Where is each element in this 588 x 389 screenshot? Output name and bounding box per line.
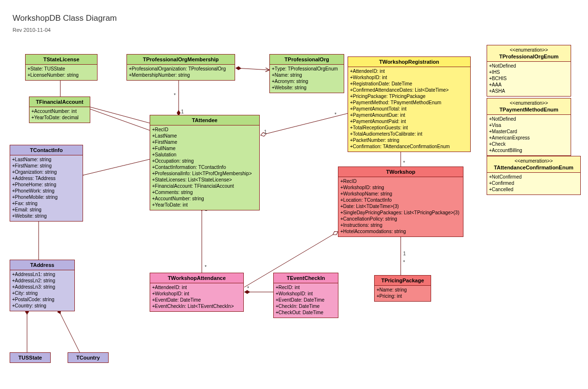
class-body: +Name: string+Pricing: int: [375, 286, 431, 301]
attribute: +NotDefined: [489, 63, 569, 69]
diagram-title: WorkshopDB Class Diagram: [13, 14, 117, 23]
attribute: +LicenseNumber: string: [28, 72, 95, 78]
mult-star: *: [335, 112, 336, 117]
attribute: +PostalCode: string: [12, 296, 72, 303]
class-TContactInfo: TContactInfo +LastName: string+FirstName…: [10, 145, 83, 222]
attribute: +ProfessionalOrganization: TProfessional…: [129, 66, 233, 72]
attribute: +PhoneMobile: string: [12, 194, 81, 200]
attribute: +PaymentAmountTotal: int: [350, 106, 468, 112]
attribute: +Address: TAddress: [12, 175, 81, 181]
attribute: +FirstName: string: [12, 163, 81, 169]
mult-one: 1: [403, 251, 406, 256]
class-body: +AddressLn1: string+AddressLn2: string+A…: [10, 270, 74, 311]
attribute: +RecID: int: [276, 284, 336, 291]
class-TWorkshopAttendance: TWorkshopAttendance +AttendeeID: int+Wor…: [150, 273, 244, 312]
attribute: +TotalReceptionGuests: int: [350, 125, 468, 131]
attribute: +MembershipNumber: string: [129, 72, 233, 78]
attribute: +EventDate: DateTime: [152, 297, 241, 303]
attribute: +RegistrationDate: DateTime: [350, 81, 468, 87]
attribute: +AAA: [489, 82, 569, 88]
mult-star: *: [403, 160, 405, 166]
class-body: +AttendeeID: int+WorkshopID: int+Registr…: [348, 67, 470, 152]
attribute: +CheckOut: DateTime: [276, 309, 336, 316]
class-title: TWorkshop: [338, 167, 463, 177]
enum-TProfessionalOrgEnum: <<enumeration>> TProfessionalOrgEnum +No…: [487, 45, 571, 97]
attribute: +Type: TProfessionalOrgEnum: [272, 66, 342, 72]
class-title: <<enumeration>> TProfessionalOrgEnum: [487, 45, 571, 62]
class-TAddress: TAddress +AddressLn1: string+AddressLn2:…: [10, 260, 75, 311]
attribute: +HotelAccommodations: string: [340, 228, 461, 235]
class-body: +NotDefined+Visa+MasterCard+AmericanExpr…: [487, 115, 571, 155]
enum-TPaymentMethodEnum: <<enumeration>> TPaymentMethodEnum +NotD…: [487, 98, 571, 156]
attribute: +Pricing: int: [377, 293, 429, 299]
class-body: +RecID+WorkshopID: string+WorkshopName: …: [338, 177, 463, 236]
attribute: +Name: string: [377, 287, 429, 293]
attribute: +BCHIS: [489, 75, 569, 82]
attribute: +Confirmation: TAttendanceConfirmationEn…: [350, 143, 468, 150]
attribute: +StateLicenses: List<TStateLicense>: [152, 177, 257, 183]
attribute: +PhoneWork: string: [12, 188, 81, 194]
class-title: TWorkshopAttendance: [150, 273, 243, 283]
class-body: +RecID: int+WorkshopID: int+EventDate: D…: [274, 283, 338, 318]
stereotype: <<enumeration>>: [489, 158, 578, 164]
class-title: TEventCheckIn: [274, 273, 338, 283]
class-TStateLicense: TStateLicense +State: TUSState+LicenseNu…: [25, 54, 98, 81]
class-title: TProfessionalOrgMembership: [127, 55, 235, 65]
class-TCountry: TCountry: [68, 352, 109, 363]
attribute: +Confirmed: [489, 180, 578, 186]
attribute: +Organization: string: [12, 169, 81, 175]
attribute: +TotalAudiometersToCalibrate: int: [350, 131, 468, 137]
attribute: +WorkshopID: int: [152, 291, 241, 297]
class-title: TAddress: [10, 260, 74, 270]
attribute: +CheckIn: DateTime: [276, 303, 336, 309]
class-title: TUSState: [10, 353, 50, 362]
attribute: +CancellationPolicy: string: [340, 216, 461, 222]
mult-star: *: [403, 260, 405, 265]
class-title: TCountry: [68, 353, 108, 362]
class-TWorkshopRegistration: TWorkshopRegistration +AttendeeID: int+W…: [348, 56, 471, 152]
attribute: +Country: string: [12, 303, 72, 309]
class-title: <<enumeration>> TAttendanceConfirmationE…: [487, 156, 580, 173]
class-TEventCheckIn: TEventCheckIn +RecID: int+WorkshopID: in…: [273, 273, 338, 318]
attribute: +Cancelled: [489, 186, 578, 193]
attribute: +ConfirmedAttendanceDates: List<DateTime…: [350, 87, 468, 93]
attribute: +AddressLn2: string: [12, 278, 72, 284]
attribute: +Name: string: [272, 72, 342, 78]
class-TAttendee: TAttendee +RecID+LastName+FirstName+Full…: [150, 115, 260, 210]
attribute: +LastName: [152, 133, 257, 139]
class-body: +AttendeeID: int+WorkshopID: int+EventDa…: [150, 283, 243, 311]
attribute: +MasterCard: [489, 128, 569, 135]
attribute: +PaymentAmountDue: int: [350, 112, 468, 118]
class-title: TPricingPackage: [375, 276, 431, 286]
attribute: +WorkshopName: string: [340, 191, 461, 197]
attribute: +YearToDate: int: [152, 202, 257, 208]
attribute: +RecID: [152, 126, 257, 133]
class-title: TStateLicense: [26, 55, 97, 65]
attribute: +PricingPackage: TPricingPackage: [350, 93, 468, 99]
attribute: +AccountNumber: int: [31, 108, 88, 114]
attribute: +YearToDate: decimal: [31, 114, 88, 121]
mult-star: *: [247, 286, 249, 291]
attribute: +AccountNumber: string: [152, 195, 257, 202]
class-title: TWorkshopRegistration: [348, 57, 470, 67]
class-body: +NotConfirmed+Confirmed+Cancelled: [487, 173, 580, 194]
class-body: +AccountNumber: int+YearToDate: decimal: [29, 107, 90, 123]
attribute: +Salutation: [152, 152, 257, 158]
attribute: +Acronym: string: [272, 78, 342, 84]
attribute: +AttendeeID: int: [350, 68, 468, 74]
attribute: +Comments: string: [152, 189, 257, 195]
attribute: +AttendeeID: int: [152, 284, 241, 291]
enum-TAttendanceConfirmationEnum: <<enumeration>> TAttendanceConfirmationE…: [487, 156, 581, 195]
attribute: +State: TUSState: [28, 66, 95, 72]
attribute: +Fax: string: [12, 200, 81, 207]
class-TPricingPackage: TPricingPackage +Name: string+Pricing: i…: [374, 275, 431, 302]
attribute: +SingleDayPricingPackages: List<TPricing…: [340, 209, 461, 216]
stereotype: <<enumeration>>: [489, 100, 569, 106]
class-title: TContactInfo: [10, 145, 83, 155]
attribute: +Location: TContactInfo: [340, 197, 461, 203]
attribute: +City: string: [12, 290, 72, 296]
attribute: +RecID: [340, 178, 461, 184]
attribute: +WorkshopID: int: [276, 291, 336, 297]
attribute: +Visa: [489, 122, 569, 128]
attribute: +FirstName: [152, 139, 257, 145]
